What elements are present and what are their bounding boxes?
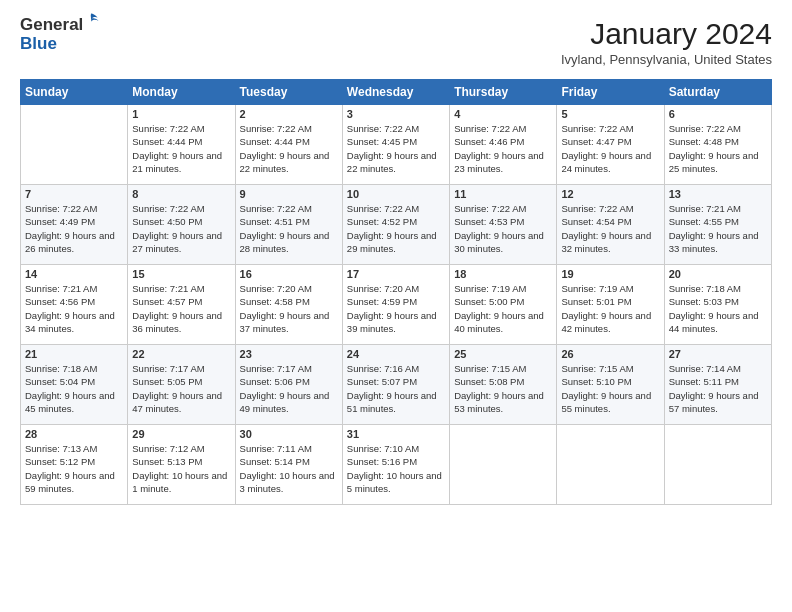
header-sunday: Sunday	[21, 80, 128, 105]
day-number: 23	[240, 348, 338, 360]
header: General Blue January 2024 Ivyland, Penns…	[20, 16, 772, 67]
day-number: 18	[454, 268, 552, 280]
calendar-week-1: 1Sunrise: 7:22 AMSunset: 4:44 PMDaylight…	[21, 105, 772, 185]
day-info: Sunrise: 7:22 AMSunset: 4:48 PMDaylight:…	[669, 122, 767, 175]
calendar-cell-w4-d4: 24Sunrise: 7:16 AMSunset: 5:07 PMDayligh…	[342, 345, 449, 425]
calendar-cell-w2-d7: 13Sunrise: 7:21 AMSunset: 4:55 PMDayligh…	[664, 185, 771, 265]
calendar-cell-w5-d2: 29Sunrise: 7:12 AMSunset: 5:13 PMDayligh…	[128, 425, 235, 505]
calendar-cell-w2-d2: 8Sunrise: 7:22 AMSunset: 4:50 PMDaylight…	[128, 185, 235, 265]
day-info: Sunrise: 7:22 AMSunset: 4:49 PMDaylight:…	[25, 202, 123, 255]
day-info: Sunrise: 7:19 AMSunset: 5:00 PMDaylight:…	[454, 282, 552, 335]
day-info: Sunrise: 7:16 AMSunset: 5:07 PMDaylight:…	[347, 362, 445, 415]
calendar-cell-w3-d6: 19Sunrise: 7:19 AMSunset: 5:01 PMDayligh…	[557, 265, 664, 345]
calendar-cell-w1-d3: 2Sunrise: 7:22 AMSunset: 4:44 PMDaylight…	[235, 105, 342, 185]
day-number: 1	[132, 108, 230, 120]
header-friday: Friday	[557, 80, 664, 105]
day-number: 25	[454, 348, 552, 360]
logo: General Blue	[20, 16, 101, 52]
day-number: 19	[561, 268, 659, 280]
location: Ivyland, Pennsylvania, United States	[561, 52, 772, 67]
day-number: 31	[347, 428, 445, 440]
title-block: January 2024 Ivyland, Pennsylvania, Unit…	[561, 16, 772, 67]
logo-bird-icon	[81, 11, 101, 31]
calendar-cell-w4-d6: 26Sunrise: 7:15 AMSunset: 5:10 PMDayligh…	[557, 345, 664, 425]
calendar-cell-w5-d1: 28Sunrise: 7:13 AMSunset: 5:12 PMDayligh…	[21, 425, 128, 505]
day-info: Sunrise: 7:15 AMSunset: 5:10 PMDaylight:…	[561, 362, 659, 415]
calendar-cell-w4-d2: 22Sunrise: 7:17 AMSunset: 5:05 PMDayligh…	[128, 345, 235, 425]
day-info: Sunrise: 7:22 AMSunset: 4:45 PMDaylight:…	[347, 122, 445, 175]
logo-blue: Blue	[20, 34, 57, 53]
calendar-cell-w3-d1: 14Sunrise: 7:21 AMSunset: 4:56 PMDayligh…	[21, 265, 128, 345]
day-info: Sunrise: 7:22 AMSunset: 4:53 PMDaylight:…	[454, 202, 552, 255]
day-number: 4	[454, 108, 552, 120]
day-info: Sunrise: 7:14 AMSunset: 5:11 PMDaylight:…	[669, 362, 767, 415]
day-number: 11	[454, 188, 552, 200]
day-number: 15	[132, 268, 230, 280]
page-container: General Blue January 2024 Ivyland, Penns…	[0, 0, 792, 515]
day-info: Sunrise: 7:22 AMSunset: 4:46 PMDaylight:…	[454, 122, 552, 175]
day-number: 6	[669, 108, 767, 120]
calendar-cell-w2-d6: 12Sunrise: 7:22 AMSunset: 4:54 PMDayligh…	[557, 185, 664, 265]
day-info: Sunrise: 7:22 AMSunset: 4:44 PMDaylight:…	[132, 122, 230, 175]
calendar-cell-w3-d3: 16Sunrise: 7:20 AMSunset: 4:58 PMDayligh…	[235, 265, 342, 345]
calendar-week-2: 7Sunrise: 7:22 AMSunset: 4:49 PMDaylight…	[21, 185, 772, 265]
calendar-cell-w1-d6: 5Sunrise: 7:22 AMSunset: 4:47 PMDaylight…	[557, 105, 664, 185]
header-monday: Monday	[128, 80, 235, 105]
day-info: Sunrise: 7:15 AMSunset: 5:08 PMDaylight:…	[454, 362, 552, 415]
calendar-cell-w1-d4: 3Sunrise: 7:22 AMSunset: 4:45 PMDaylight…	[342, 105, 449, 185]
day-number: 10	[347, 188, 445, 200]
day-number: 13	[669, 188, 767, 200]
day-number: 2	[240, 108, 338, 120]
day-info: Sunrise: 7:13 AMSunset: 5:12 PMDaylight:…	[25, 442, 123, 495]
header-thursday: Thursday	[450, 80, 557, 105]
day-info: Sunrise: 7:22 AMSunset: 4:52 PMDaylight:…	[347, 202, 445, 255]
calendar-cell-w4-d3: 23Sunrise: 7:17 AMSunset: 5:06 PMDayligh…	[235, 345, 342, 425]
day-info: Sunrise: 7:18 AMSunset: 5:04 PMDaylight:…	[25, 362, 123, 415]
calendar-cell-w4-d5: 25Sunrise: 7:15 AMSunset: 5:08 PMDayligh…	[450, 345, 557, 425]
day-number: 5	[561, 108, 659, 120]
calendar-cell-w1-d1	[21, 105, 128, 185]
day-info: Sunrise: 7:17 AMSunset: 5:05 PMDaylight:…	[132, 362, 230, 415]
day-info: Sunrise: 7:19 AMSunset: 5:01 PMDaylight:…	[561, 282, 659, 335]
calendar-cell-w1-d7: 6Sunrise: 7:22 AMSunset: 4:48 PMDaylight…	[664, 105, 771, 185]
day-number: 3	[347, 108, 445, 120]
day-info: Sunrise: 7:11 AMSunset: 5:14 PMDaylight:…	[240, 442, 338, 495]
calendar-cell-w5-d5	[450, 425, 557, 505]
day-number: 7	[25, 188, 123, 200]
calendar-cell-w3-d7: 20Sunrise: 7:18 AMSunset: 5:03 PMDayligh…	[664, 265, 771, 345]
month-title: January 2024	[561, 16, 772, 52]
calendar-cell-w5-d6	[557, 425, 664, 505]
day-info: Sunrise: 7:17 AMSunset: 5:06 PMDaylight:…	[240, 362, 338, 415]
calendar-cell-w2-d5: 11Sunrise: 7:22 AMSunset: 4:53 PMDayligh…	[450, 185, 557, 265]
calendar-cell-w5-d3: 30Sunrise: 7:11 AMSunset: 5:14 PMDayligh…	[235, 425, 342, 505]
calendar-cell-w1-d5: 4Sunrise: 7:22 AMSunset: 4:46 PMDaylight…	[450, 105, 557, 185]
calendar-cell-w5-d7	[664, 425, 771, 505]
day-number: 20	[669, 268, 767, 280]
day-number: 17	[347, 268, 445, 280]
day-info: Sunrise: 7:22 AMSunset: 4:44 PMDaylight:…	[240, 122, 338, 175]
day-number: 14	[25, 268, 123, 280]
day-number: 30	[240, 428, 338, 440]
calendar-header-row: Sunday Monday Tuesday Wednesday Thursday…	[21, 80, 772, 105]
header-saturday: Saturday	[664, 80, 771, 105]
header-tuesday: Tuesday	[235, 80, 342, 105]
day-number: 28	[25, 428, 123, 440]
calendar-week-4: 21Sunrise: 7:18 AMSunset: 5:04 PMDayligh…	[21, 345, 772, 425]
day-number: 27	[669, 348, 767, 360]
day-number: 9	[240, 188, 338, 200]
calendar-cell-w2-d3: 9Sunrise: 7:22 AMSunset: 4:51 PMDaylight…	[235, 185, 342, 265]
calendar-table: Sunday Monday Tuesday Wednesday Thursday…	[20, 79, 772, 505]
calendar-cell-w5-d4: 31Sunrise: 7:10 AMSunset: 5:16 PMDayligh…	[342, 425, 449, 505]
calendar-cell-w3-d5: 18Sunrise: 7:19 AMSunset: 5:00 PMDayligh…	[450, 265, 557, 345]
day-info: Sunrise: 7:22 AMSunset: 4:50 PMDaylight:…	[132, 202, 230, 255]
calendar-cell-w1-d2: 1Sunrise: 7:22 AMSunset: 4:44 PMDaylight…	[128, 105, 235, 185]
day-number: 26	[561, 348, 659, 360]
day-info: Sunrise: 7:21 AMSunset: 4:55 PMDaylight:…	[669, 202, 767, 255]
day-number: 24	[347, 348, 445, 360]
calendar-cell-w3-d4: 17Sunrise: 7:20 AMSunset: 4:59 PMDayligh…	[342, 265, 449, 345]
day-info: Sunrise: 7:12 AMSunset: 5:13 PMDaylight:…	[132, 442, 230, 495]
day-info: Sunrise: 7:22 AMSunset: 4:47 PMDaylight:…	[561, 122, 659, 175]
day-number: 29	[132, 428, 230, 440]
day-info: Sunrise: 7:20 AMSunset: 4:59 PMDaylight:…	[347, 282, 445, 335]
logo-general: General	[20, 16, 83, 33]
